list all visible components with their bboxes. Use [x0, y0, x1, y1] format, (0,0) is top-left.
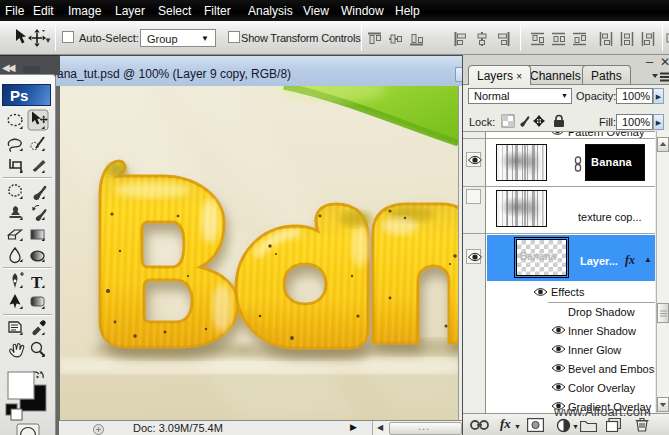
svg-text:T: T: [31, 273, 43, 292]
